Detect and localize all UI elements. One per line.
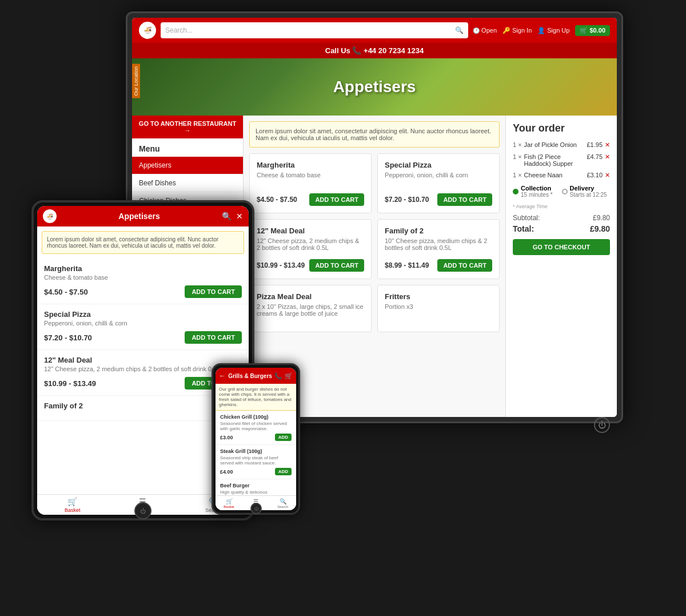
phone-footer-search[interactable]: 🔍 Search — [269, 498, 296, 508]
order-name-1: Jar of Pickle Onion — [524, 141, 585, 148]
subtotal-row: Subtotal: £9.80 — [513, 214, 610, 222]
tablet-basket-label: Basket — [65, 507, 81, 513]
food-card-fritters: Fritters Portion x3 — [377, 285, 500, 332]
phone-cart-icon[interactable]: 🛒 — [285, 372, 293, 380]
monitor-power-btn[interactable]: ⏻ — [594, 417, 610, 433]
tablet-close-icon[interactable]: ✕ — [236, 212, 243, 221]
food-price-margherita: $4.50 - $7.50 — [257, 196, 297, 204]
hero-title: Appetisers — [333, 78, 416, 96]
delivery-options: Collection 15 minutes * Delivery Starts … — [513, 185, 610, 198]
phone-desc-3: High quality & delicious — [220, 490, 292, 495]
food-price-row: $8.99 - $11.49 ADD TO CART — [385, 259, 492, 272]
signin-btn[interactable]: 🔑 Sign In — [502, 27, 532, 34]
food-name-special-pizza: Special Pizza — [385, 161, 492, 169]
phone-add-1[interactable]: ADD — [275, 434, 292, 441]
food-price-meal-deal: $10.99 - $13.49 — [257, 261, 305, 269]
tablet-name-2: Special Pizza — [44, 310, 242, 319]
tablet-basket-icon: 🛒 — [67, 497, 77, 506]
header-actions: 🕐 Open 🔑 Sign In 👤 Sign Up 🛒 $0.00 — [473, 25, 610, 36]
tablet-home-btn[interactable]: ⏻ — [134, 502, 151, 519]
add-to-cart-meal-deal[interactable]: ADD TO CART — [309, 259, 364, 272]
tablet-name-1: Margherita — [44, 264, 242, 273]
tablet-logo: 🍜 — [43, 209, 57, 223]
tablet-food-margherita: Margherita Cheese & tomato base $4.50 - … — [37, 259, 249, 304]
order-qty-1: 1 × — [513, 141, 522, 148]
order-item-1: 1 × Jar of Pickle Onion £1.95 ✕ — [513, 141, 610, 149]
phone-back-btn[interactable]: ← — [219, 372, 226, 380]
tablet-add-1[interactable]: ADD TO CART — [185, 285, 242, 298]
tablet-desc-1: Cheese & tomato base — [44, 274, 242, 281]
order-title: Your order — [513, 122, 610, 134]
phone-call-icon[interactable]: 📞 — [274, 372, 282, 380]
phone-desc-1: Seasoned fillet of chicken served with g… — [220, 421, 292, 431]
order-qty-3: 1 × — [513, 172, 522, 178]
order-item-2: 1 × Fish (2 Piece Haddock) Supper £4.75 … — [513, 153, 610, 167]
phone-title: Grills & Burgers — [228, 373, 272, 379]
remove-item-1[interactable]: ✕ — [605, 141, 610, 149]
tablet-price-3: $10.99 - $13.49 — [44, 379, 96, 388]
open-status: 🕐 Open — [473, 27, 497, 34]
add-to-cart-margherita[interactable]: ADD TO CART — [309, 193, 364, 206]
menu-item-appetisers[interactable]: Appetisers — [132, 157, 243, 174]
food-name-margherita: Margherita — [257, 161, 364, 169]
delivery-label: Delivery Starts at 12:25 — [570, 185, 607, 198]
menu-title: Menu — [132, 138, 243, 157]
add-to-cart-special-pizza[interactable]: ADD TO CART — [437, 193, 492, 206]
tablet-food-special: Special Pizza Pepperoni, onion, chilli &… — [37, 304, 249, 350]
food-desc-special-pizza: Pepperoni, onion, chilli & corn — [385, 172, 492, 188]
hero-section: Our Location Appetisers — [132, 58, 617, 116]
go-to-another-btn[interactable]: GO TO ANOTHER RESTAURANT → — [132, 116, 243, 138]
food-desc-meal-deal: 12" Cheese pizza, 2 medium chips & 2 bot… — [257, 237, 364, 253]
remove-item-2[interactable]: ✕ — [605, 153, 610, 161]
phone-footer-basket[interactable]: 🛒 Basket — [216, 498, 242, 508]
average-note: * Average Time — [513, 204, 610, 209]
food-desc-fritters: Portion x3 — [385, 303, 492, 319]
food-price-row: $4.50 - $7.50 ADD TO CART — [257, 193, 364, 206]
tablet-search-icon[interactable]: 🔍 — [222, 212, 232, 221]
food-name-fritters: Fritters — [385, 292, 492, 301]
phone-search-label: Search — [277, 505, 288, 508]
delivery-option[interactable]: Delivery Starts at 12:25 — [562, 185, 607, 198]
phone-home-btn[interactable]: ⏻ — [250, 503, 262, 514]
phone-header-icons: 📞 🛒 — [274, 372, 293, 380]
phone-add-2[interactable]: ADD — [275, 468, 292, 475]
phone-basket-icon: 🛒 — [226, 498, 233, 504]
tablet-price-row-1: $4.50 - $7.50 ADD TO CART — [44, 285, 242, 298]
phone-name-3: Beef Burger — [220, 483, 292, 488]
tablet-add-2[interactable]: ADD TO CART — [185, 331, 242, 344]
tablet-header-icons: 🔍 ✕ — [222, 212, 243, 221]
remove-item-3[interactable]: ✕ — [605, 172, 610, 179]
food-price-special-pizza: $7.20 - $10.70 — [385, 196, 429, 204]
search-placeholder: Search... — [165, 26, 193, 34]
phone-food-list: Chicken Grill (100g) Seasoned fillet of … — [216, 411, 296, 501]
phone-desc-2: Seasoned strip steak of beef served with… — [220, 455, 292, 466]
checkout-btn[interactable]: GO TO CHECKOUT — [513, 239, 610, 255]
tablet-price-2: $7.20 - $10.70 — [44, 333, 92, 342]
tablet-name-3: 12" Meal Deal — [44, 356, 242, 364]
location-tab[interactable]: Our Location — [132, 64, 140, 98]
phone: ← Grills & Burgers 📞 🛒 Our grill and bur… — [212, 363, 300, 515]
phone-screen: ← Grills & Burgers 📞 🛒 Our grill and bur… — [216, 368, 296, 510]
tablet-footer-basket[interactable]: 🛒 Basket — [37, 497, 107, 513]
site-header: 🍜 Search... 🔍 🕐 Open 🔑 Sign In 👤 Sign Up — [132, 18, 617, 43]
phone-name-1: Chicken Grill (100g) — [220, 414, 292, 420]
delivery-radio — [562, 189, 568, 194]
signin-icon: 🔑 — [502, 27, 510, 34]
food-name-meal-deal: 12" Meal Deal — [257, 226, 364, 235]
food-name-family: Family of 2 — [385, 226, 492, 235]
menu-item-beef[interactable]: Beef Dishes — [132, 174, 243, 192]
food-grid: Margherita Cheese & tomato base $4.50 - … — [249, 153, 500, 332]
cart-btn[interactable]: 🛒 $0.00 — [575, 25, 610, 36]
collection-option[interactable]: Collection 15 minutes * — [513, 185, 553, 198]
order-panel: Your order 1 × Jar of Pickle Onion £1.95… — [505, 116, 617, 417]
add-to-cart-family[interactable]: ADD TO CART — [437, 259, 492, 272]
order-price-2: £4.75 — [587, 153, 603, 160]
tablet-title: Appetisers — [61, 212, 217, 221]
search-icon[interactable]: 🔍 — [455, 26, 464, 34]
signup-btn[interactable]: 👤 Sign Up — [537, 27, 569, 34]
food-card-family: Family of 2 10" Cheese pizza, medium chi… — [377, 219, 500, 279]
site-logo: 🍜 — [139, 22, 156, 39]
tablet-notice: Lorem ipsum dolor sit amet, consectetur … — [42, 231, 244, 254]
food-desc-family: 10" Cheese pizza, medium chips & 2 bottl… — [385, 237, 492, 253]
search-bar[interactable]: Search... 🔍 — [161, 22, 468, 38]
